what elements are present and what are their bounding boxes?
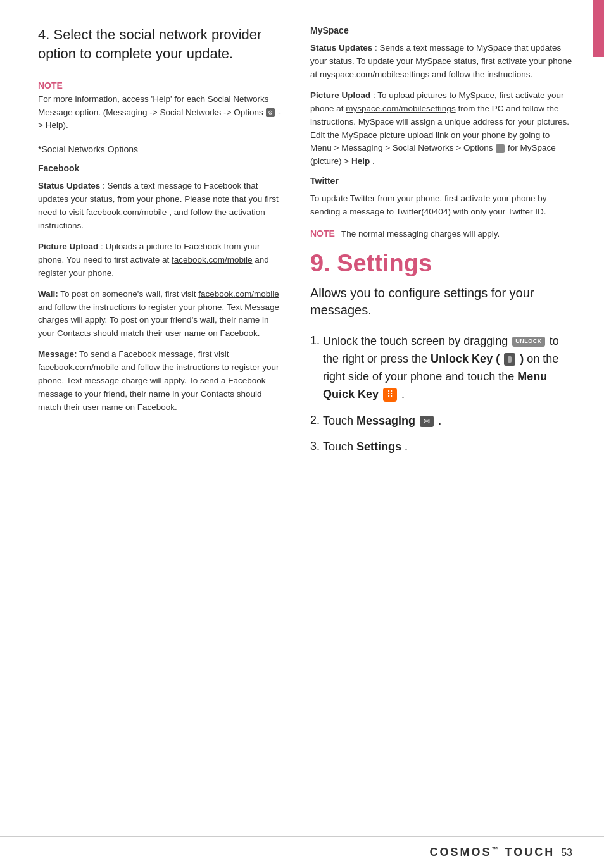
brand-name: COSMOS™ TOUCH <box>430 846 555 859</box>
myspace-picture-upload: Picture Upload : To upload pictures to M… <box>310 89 572 169</box>
unlock-paren-close: ) <box>520 352 524 365</box>
page-tab-marker <box>593 0 604 57</box>
message-label: Message: <box>38 349 77 359</box>
status-updates-label: Status Updates <box>38 181 100 190</box>
wall-text: To post on someone's wall, first visit <box>60 289 198 299</box>
facebook-picture-upload: Picture Upload : Uploads a picture to Fa… <box>38 240 285 280</box>
step-2: 2. Touch Messaging . <box>310 412 572 430</box>
step-1-period: . <box>401 388 405 400</box>
step-1-content: Unlock the touch screen by dragging UNLO… <box>323 333 572 404</box>
facebook-header: Facebook <box>38 163 285 173</box>
brand-cosmos: COSMOS <box>430 846 492 859</box>
myspace-link-2[interactable]: myspace.com/mobilesettings <box>346 104 455 113</box>
step-2-num: 2. <box>310 412 320 430</box>
note-text-content: For more information, access 'Help' for … <box>38 94 269 116</box>
settings-bold: Settings <box>356 440 401 453</box>
myspace-status-end: and follow the instructions. <box>432 70 532 79</box>
step-1: 1. Unlock the touch screen by dragging U… <box>310 333 572 404</box>
right-column: MySpace Status Updates : Sends a text me… <box>304 25 572 465</box>
page-number: 53 <box>561 847 572 859</box>
message-text: To send a Facebook message, first visit <box>79 349 229 359</box>
step-3-period: . <box>405 440 408 453</box>
social-networks-options-header: *Social Networks Options <box>38 144 285 154</box>
section-9-title-text: Settings <box>337 250 432 276</box>
facebook-mobile-link-3[interactable]: facebook.com/mobile <box>198 289 279 299</box>
section-9-subtitle: Allows you to configure settings for you… <box>310 285 572 319</box>
section-9-number: 9. <box>310 250 330 276</box>
myspace-help-bold: Help <box>351 156 370 166</box>
myspace-period: . <box>372 156 375 166</box>
step-3-content: Touch Settings . <box>323 438 408 456</box>
myspace-status-updates: Status Updates : Sends a text message to… <box>310 42 572 82</box>
brand-touch-text: TOUCH <box>505 846 555 859</box>
key-icon <box>504 353 515 366</box>
wall-text2: and follow the instructions to register … <box>38 302 279 338</box>
note-inline-section: NOTE The normal messaging charges will a… <box>310 228 572 240</box>
page-footer: COSMOS™ TOUCH 53 <box>0 836 604 868</box>
note-inline-label: NOTE <box>310 228 335 239</box>
unlock-icon: UNLOCK <box>512 337 545 347</box>
step-2-content: Touch Messaging . <box>323 412 441 430</box>
menu-icon <box>383 388 397 402</box>
wall-label: Wall: <box>38 289 58 299</box>
note-section: NOTE For more information, access 'Help'… <box>38 80 285 132</box>
options-icon <box>496 144 505 153</box>
section-9-heading: 9. Settings <box>310 249 572 278</box>
step-1-num: 1. <box>310 333 320 404</box>
messaging-bold: Messaging <box>356 414 415 427</box>
step-2-text-before: Touch <box>323 414 356 427</box>
twitter-header: Twitter <box>310 176 572 186</box>
facebook-message: Message: To send a Facebook message, fir… <box>38 348 285 414</box>
note-inline-text: The normal messaging charges will apply. <box>341 228 500 240</box>
myspace-status-label: Status Updates <box>310 43 372 53</box>
step-3: 3. Touch Settings . <box>310 438 572 456</box>
facebook-wall: Wall: To post on someone's wall, first v… <box>38 288 285 341</box>
step-2-period: . <box>438 414 441 427</box>
content-area: 4. Select the social network provider op… <box>0 0 604 490</box>
step-4-header: 4. Select the social network provider op… <box>38 25 285 63</box>
twitter-text: To update Twitter from your phone, first… <box>310 192 572 219</box>
facebook-mobile-link-4[interactable]: facebook.com/mobile <box>38 363 119 372</box>
step-1-text-before: Unlock the touch screen by dragging <box>323 335 511 347</box>
settings-icon: ⚙ <box>266 108 275 117</box>
picture-upload-label: Picture Upload <box>38 242 98 251</box>
facebook-mobile-link-2[interactable]: facebook.com/mobile <box>172 255 253 264</box>
note-label: NOTE <box>38 80 285 90</box>
facebook-status-updates: Status Updates : Sends a text message to… <box>38 180 285 233</box>
note-text: For more information, access 'Help' for … <box>38 93 285 132</box>
step-3-num: 3. <box>310 438 320 456</box>
myspace-link-1[interactable]: myspace.com/mobilesettings <box>320 70 429 79</box>
brand-tm: ™ <box>492 846 500 853</box>
messaging-icon <box>420 416 434 427</box>
page: 4. Select the social network provider op… <box>0 0 604 868</box>
myspace-picture-label: Picture Upload <box>310 90 370 100</box>
facebook-mobile-link-1[interactable]: facebook.com/mobile <box>86 208 167 217</box>
step-3-text-before: Touch <box>323 440 356 453</box>
myspace-header: MySpace <box>310 25 572 35</box>
left-column: 4. Select the social network provider op… <box>38 25 285 465</box>
unlock-key-bold: Unlock Key ( <box>431 352 500 365</box>
